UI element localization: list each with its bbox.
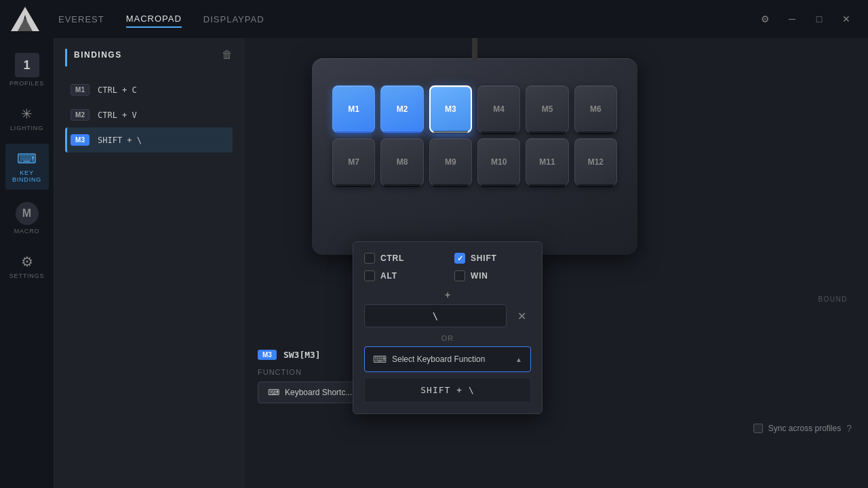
bindings-title: BINDINGS xyxy=(74,50,122,60)
delete-button[interactable]: 🗑 xyxy=(222,49,233,61)
clear-key-button[interactable]: ✕ xyxy=(512,306,531,325)
titlebar: EVEREST MACROPAD DISPLAYPAD ⚙ ─ □ ✕ xyxy=(0,0,868,38)
binding-key-m1: M1 xyxy=(71,84,90,96)
binding-item-m2[interactable]: M2 CTRL + V xyxy=(65,102,233,127)
sidebar-item-key-binding[interactable]: ⌨ KEY BINDING xyxy=(5,144,49,190)
bindings-panel: BINDINGS 🗑 M1 CTRL + C M2 CTRL + V M3 SH… xyxy=(54,38,244,488)
binding-item-m1[interactable]: M1 CTRL + C xyxy=(65,77,233,102)
function-dropdown-value: Keyboard Shortc... xyxy=(285,388,352,397)
macro-key-m11[interactable]: M11 xyxy=(526,138,568,186)
macro-key-m9[interactable]: M9 xyxy=(429,138,472,186)
keyboard-function-icon: ⌨ xyxy=(373,354,387,365)
macro-icon: M xyxy=(16,202,39,225)
keyboard-dropdown-arrow: ▲ xyxy=(515,356,522,363)
macropad-body: M1 M2 M3 M4 M5 M6 M7 M8 M9 M10 M11 M12 xyxy=(312,58,637,255)
titlebar-nav: EVEREST MACROPAD DISPLAYPAD xyxy=(58,11,754,28)
bottom-panel: M3 SW3[M3] FUNCTION ⌨ Keyboard Shortc...… xyxy=(244,339,868,488)
key-badge: M3 xyxy=(258,350,277,360)
sidebar-item-lighting[interactable]: ✳ LIGHTING xyxy=(5,99,49,138)
macro-key-m1[interactable]: M1 xyxy=(332,85,375,133)
macro-key-m7[interactable]: M7 xyxy=(332,138,375,186)
binding-value-m2: CTRL + V xyxy=(98,110,137,120)
app-logo xyxy=(11,5,45,33)
macro-key-m2[interactable]: M2 xyxy=(380,85,423,133)
binding-value-m3: SHIFT + \ xyxy=(98,136,142,145)
key-input-row: \ ✕ xyxy=(364,304,531,327)
binding-item-m3[interactable]: M3 SHIFT + \ xyxy=(65,127,233,152)
sync-label: Sync across profiles xyxy=(768,424,841,433)
sidebar-item-settings[interactable]: ⚙ SETTINGS xyxy=(5,247,49,286)
macro-key-m3[interactable]: M3 xyxy=(429,85,472,133)
win-label: WIN xyxy=(471,271,488,281)
keyboard-icon: ⌨ xyxy=(17,150,37,167)
modifier-ctrl[interactable]: CTRL xyxy=(364,253,441,264)
key-input-field[interactable]: \ xyxy=(364,304,507,327)
modifier-alt[interactable]: ALT xyxy=(364,270,441,281)
sw-label: SW3[M3] xyxy=(283,350,321,360)
sidebar-label-macro: MACRO xyxy=(14,228,40,235)
key-info-row: M3 SW3[M3] xyxy=(258,350,854,360)
macro-key-m4[interactable]: M4 xyxy=(477,85,520,133)
minimize-button[interactable]: ─ xyxy=(781,8,803,30)
settings-icon: ⚙ xyxy=(21,253,33,270)
window-controls: ⚙ ─ □ ✕ xyxy=(754,8,857,30)
plus-divider: + xyxy=(364,289,531,300)
nav-displaypad[interactable]: DISPLAYPAD xyxy=(203,12,264,27)
maximize-button[interactable]: □ xyxy=(808,8,830,30)
modifier-row: CTRL SHIFT ALT WIN xyxy=(364,253,531,281)
bindings-header: BINDINGS 🗑 xyxy=(65,49,233,66)
modifier-win[interactable]: WIN xyxy=(454,270,531,281)
close-button[interactable]: ✕ xyxy=(835,8,857,30)
binding-key-m2: M2 xyxy=(71,109,90,121)
sidebar-label-lighting: LIGHTING xyxy=(10,125,43,131)
profile-number: 1 xyxy=(15,53,39,77)
sidebar-item-macro[interactable]: M MACRO xyxy=(5,195,49,241)
macro-key-m12[interactable]: M12 xyxy=(574,138,617,186)
result-display: SHIFT + \ xyxy=(364,378,531,403)
nav-everest[interactable]: EVEREST xyxy=(58,12,104,27)
select-keyboard-button[interactable]: ⌨ Select Keyboard Function ▲ xyxy=(364,346,531,372)
modifier-shift[interactable]: SHIFT xyxy=(454,253,531,264)
function-label: FUNCTION xyxy=(258,368,854,376)
nav-macropad[interactable]: MACROPAD xyxy=(126,11,182,28)
shift-checkbox[interactable] xyxy=(454,253,465,264)
macro-key-m6[interactable]: M6 xyxy=(574,85,617,133)
sidebar: 1 PROFILES ✳ LIGHTING ⌨ KEY BINDING M MA… xyxy=(0,38,54,488)
macro-key-m8[interactable]: M8 xyxy=(380,138,423,186)
sync-info-icon[interactable]: ? xyxy=(846,423,852,434)
macro-key-m10[interactable]: M10 xyxy=(477,138,520,186)
ctrl-checkbox[interactable] xyxy=(364,253,375,264)
content-area: M1 M2 M3 M4 M5 M6 M7 M8 M9 M10 M11 M12 B… xyxy=(244,38,868,488)
sidebar-label-settings: SETTINGS xyxy=(9,272,44,279)
sidebar-label-key-binding: KEY BINDING xyxy=(9,169,45,183)
sidebar-label-profiles: PROFILES xyxy=(9,80,44,87)
settings-button[interactable]: ⚙ xyxy=(754,8,776,30)
modifier-popup: CTRL SHIFT ALT WIN + xyxy=(353,241,542,414)
shift-label: SHIFT xyxy=(471,253,497,263)
win-checkbox[interactable] xyxy=(454,270,465,281)
function-dropdown-icon: ⌨ xyxy=(268,388,279,397)
sync-checkbox[interactable] xyxy=(753,424,763,433)
binding-value-m1: CTRL + C xyxy=(98,85,137,95)
lighting-icon: ✳ xyxy=(21,106,33,122)
main-layout: 1 PROFILES ✳ LIGHTING ⌨ KEY BINDING M MA… xyxy=(0,38,868,488)
alt-label: ALT xyxy=(380,271,397,281)
key-grid: M1 M2 M3 M4 M5 M6 M7 M8 M9 M10 M11 M12 xyxy=(326,79,624,192)
macro-key-m5[interactable]: M5 xyxy=(526,85,568,133)
ctrl-label: CTRL xyxy=(380,253,404,263)
bound-label: BOUND xyxy=(818,296,848,303)
or-divider: OR xyxy=(364,334,531,342)
binding-key-m3: M3 xyxy=(71,134,90,146)
sidebar-item-profiles[interactable]: 1 PROFILES xyxy=(5,46,49,94)
alt-checkbox[interactable] xyxy=(364,270,375,281)
sync-row: Sync across profiles ? xyxy=(753,423,852,434)
select-keyboard-label: Select Keyboard Function xyxy=(392,354,510,364)
